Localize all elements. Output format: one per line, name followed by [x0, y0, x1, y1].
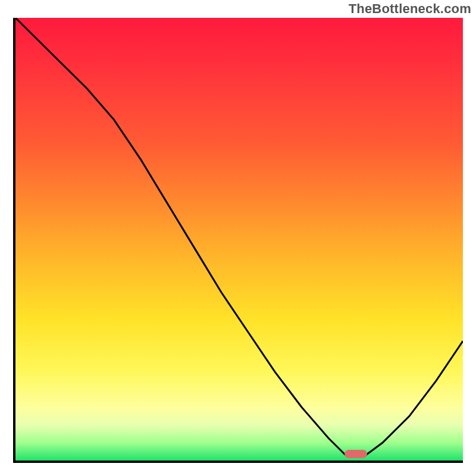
plot-area [13, 18, 463, 463]
minimum-marker [345, 450, 367, 458]
watermark-text: TheBottleneck.com [349, 1, 471, 17]
curve-path [15, 18, 463, 456]
chart-wrapper: TheBottleneck.com [0, 0, 476, 476]
bottleneck-curve [15, 18, 463, 461]
